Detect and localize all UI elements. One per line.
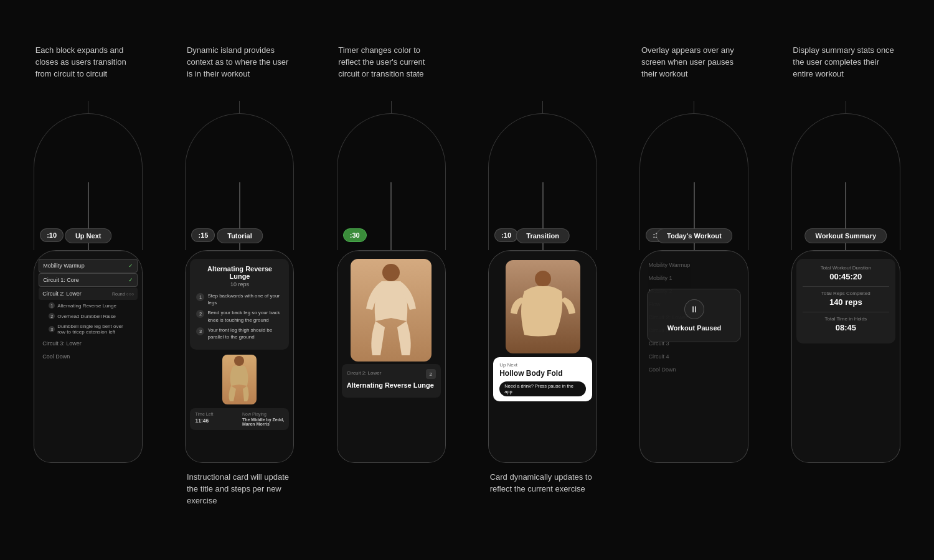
vline-col2 <box>239 101 240 113</box>
circuit-header: Circuit 2: LowerRound ○○○ <box>39 287 138 300</box>
tutorial-card: Alternating Reverse Lunge10 reps1Step ba… <box>190 259 289 350</box>
phone-col4: Up Next Hollow Body Fold Need a drink? P… <box>488 250 597 463</box>
phone-body-col5: Mobility WarmupMobility 1Mobility 2FlowC… <box>639 251 748 462</box>
summary-label: Total Time in Holds <box>803 316 889 322</box>
exercise-badge: 2 <box>426 369 436 379</box>
up-next-label: Up Next <box>499 362 586 368</box>
timer-badge-col2: :15 <box>191 228 215 242</box>
caption-top-col3: Timer changes color to reflect the user'… <box>338 45 444 95</box>
time-left-value: 11:46 <box>195 418 237 424</box>
workout-list: Mobility Warmup✓Circuit 1: Core✓Circuit … <box>39 259 138 363</box>
timer-badge-col3: :30 <box>343 228 367 242</box>
summary-label: Total Reps Completed <box>803 291 889 296</box>
caption-bottom-col4: Card dynamically updates to reflect the … <box>490 472 596 515</box>
circuit-label: Circuit 2: Lower <box>347 370 382 376</box>
phone-body-col4: Up Next Hollow Body Fold Need a drink? P… <box>488 251 597 462</box>
caption-bottom-col2: Instructional card will update the title… <box>187 472 293 515</box>
up-next-exercise: Hollow Body Fold <box>499 369 586 378</box>
phone-container-col4: :10Transition Up Next Hollow Body Fold N… <box>488 113 597 463</box>
phone-col1: Mobility Warmup✓Circuit 1: Core✓Circuit … <box>34 250 143 463</box>
paused-list-item: Circuit 4 <box>644 350 743 363</box>
phone-col5: Mobility WarmupMobility 1Mobility 2FlowC… <box>639 250 748 463</box>
svg-point-2 <box>535 271 551 287</box>
up-next-card: Up Next Hollow Body Fold Need a drink? P… <box>493 357 592 401</box>
tab-label-col5[interactable]: Today's Workout <box>656 228 732 243</box>
caption-top-col4 <box>490 45 596 95</box>
summary-value: 08:45 <box>803 323 889 332</box>
workout-simple-item: Circuit 3: Lower <box>39 337 138 350</box>
summary-stat-row: Total Time in Holds 08:45 <box>803 316 889 332</box>
caption-top-col5: Overlay appears over any screen when use… <box>641 45 747 95</box>
summary-divider <box>803 286 889 287</box>
paused-overlay: ⏸ Workout Paused <box>647 289 741 342</box>
transition-figure <box>506 260 580 353</box>
phone-container-col2: :15TutorialAlternating Reverse Lunge10 r… <box>185 113 294 463</box>
tutorial-step: 1Step backwards with one of your legs <box>196 292 283 306</box>
phone-body-col6: Total Workout Duration 00:45:20 Total Re… <box>791 251 900 462</box>
column-col6: Display summary stats once the user comp… <box>770 45 922 463</box>
pause-symbol: ⏸ <box>690 304 699 314</box>
vline-col3 <box>391 101 392 113</box>
main-layout: Each block expands and closes as users t… <box>12 32 922 528</box>
tutorial-exercise-name: Alternating Reverse Lunge <box>196 265 283 280</box>
tutorial-step: 2Bend your back leg so your back knee is… <box>196 309 283 323</box>
svg-point-1 <box>382 264 400 281</box>
vline-col6 <box>846 101 846 113</box>
column-col5: Overlay appears over any screen when use… <box>618 45 770 463</box>
pause-hint-button[interactable]: Need a drink? Press pause in the app <box>499 381 586 396</box>
workout-sub-item: 1Alternating Reverse Lunge <box>39 301 138 310</box>
phone-col3: Circuit 2: Lower 2 Alternating Reverse L… <box>337 250 446 463</box>
now-playing-value: The Middle by Zedd, Maren Morris <box>242 418 285 426</box>
tab-label-col2[interactable]: Tutorial <box>217 228 263 243</box>
active-bottom-card: Circuit 2: Lower 2 Alternating Reverse L… <box>342 364 441 398</box>
phone-col6: Total Workout Duration 00:45:20 Total Re… <box>791 250 900 463</box>
paused-list-item: Mobility 1 <box>644 272 743 284</box>
now-playing-label: Now Playing <box>242 412 285 416</box>
now-playing-col: Now Playing The Middle by Zedd, Maren Mo… <box>242 412 285 426</box>
tab-label-col6[interactable]: Workout Summary <box>805 228 887 243</box>
phone-container-col3: :30 Circuit 2: Lower 2 Alternating Rever… <box>337 113 446 463</box>
summary-value: 00:45:20 <box>803 272 889 281</box>
tab-label-col4[interactable]: Transition <box>516 228 570 243</box>
phone-container-col6: Workout Summary Total Workout Duration 0… <box>791 113 900 463</box>
workout-sub-item: 3Dumbbell single leg bent over row to tr… <box>39 322 138 337</box>
workout-simple-item: Cool Down <box>39 350 138 363</box>
tutorial-step: 3Your front leg thigh should be parallel… <box>196 327 283 340</box>
bottom-info-bar: Time Left 11:46 Now Playing The Middle b… <box>190 408 289 430</box>
caption-top-col2: Dynamic island provides context as to wh… <box>187 45 293 95</box>
paused-title: Workout Paused <box>658 324 730 332</box>
column-col1: Each block expands and closes as users t… <box>12 45 164 463</box>
active-figure <box>351 259 432 362</box>
vline-col1 <box>88 101 88 113</box>
timer-badge-col4: :10 <box>494 228 518 242</box>
tutorial-reps: 10 reps <box>196 281 283 287</box>
phone-container-col5: :10Today's WorkoutMobility WarmupMobilit… <box>639 113 748 463</box>
phone-col2: Alternating Reverse Lunge10 reps1Step ba… <box>185 250 294 463</box>
svg-point-0 <box>234 356 244 366</box>
exercise-name: Alternating Reverse Lunge <box>347 381 436 389</box>
summary-divider <box>803 312 889 312</box>
column-col4: :10Transition Up Next Hollow Body Fold N… <box>467 45 618 515</box>
summary-value: 140 reps <box>803 297 889 307</box>
time-left-label: Time Left <box>195 412 237 416</box>
summary-card: Total Workout Duration 00:45:20 Total Re… <box>796 259 895 343</box>
caption-top-col6: Display summary stats once the user comp… <box>793 45 899 95</box>
workout-list-header: Circuit 1: Core✓ <box>39 273 138 287</box>
phone-body-col1: Mobility Warmup✓Circuit 1: Core✓Circuit … <box>34 251 143 462</box>
column-col3: Timer changes color to reflect the user'… <box>316 45 467 463</box>
vline-col5 <box>694 101 694 113</box>
phone-body-col3: Circuit 2: Lower 2 Alternating Reverse L… <box>337 251 446 462</box>
figure-area <box>190 355 289 404</box>
tab-label-col1[interactable]: Up Next <box>65 228 112 243</box>
paused-list-item: Mobility Warmup <box>644 259 743 271</box>
summary-stat-row: Total Workout Duration 00:45:20 <box>803 265 889 281</box>
time-left-col: Time Left 11:46 <box>195 412 237 426</box>
phone-body-col2: Alternating Reverse Lunge10 reps1Step ba… <box>185 251 294 462</box>
paused-list-item: Cool Down <box>644 363 743 376</box>
caption-top-col1: Each block expands and closes as users t… <box>35 45 141 95</box>
summary-label: Total Workout Duration <box>803 265 889 271</box>
workout-sub-item: 2Overhead Dumbbell Raise <box>39 311 138 321</box>
summary-stat-row: Total Reps Completed 140 reps <box>803 291 889 307</box>
workout-list-header: Mobility Warmup✓ <box>39 259 138 273</box>
pause-icon: ⏸ <box>684 299 704 319</box>
